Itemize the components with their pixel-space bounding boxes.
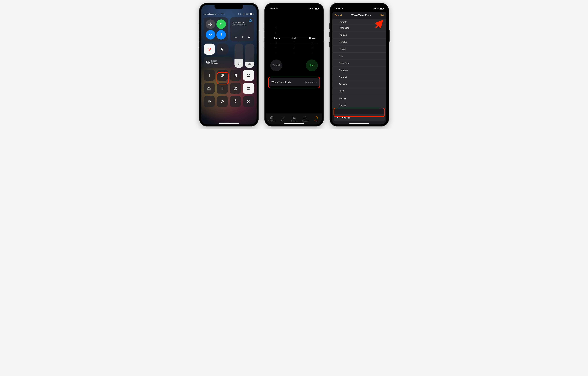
orientation-lock-toggle[interactable]	[204, 44, 215, 55]
when-timer-ends-row[interactable]: When Timer Ends Illuminate ›	[269, 78, 319, 86]
calculator-button[interactable]	[230, 70, 241, 81]
notch	[345, 5, 374, 9]
brightness-slider[interactable]	[234, 44, 243, 68]
stop-playing-option[interactable]: Stop Playing	[334, 114, 385, 121]
sound-recognition-button[interactable]	[204, 96, 215, 107]
svg-point-13	[235, 76, 235, 76]
sound-option[interactable]: Summit	[332, 74, 386, 81]
when-timer-ends-value: Illuminate	[304, 81, 315, 84]
sound-picker-sheet: Cancel When Timer Ends Set Radiate Refle…	[332, 12, 386, 124]
chevron-right-icon: ›	[382, 104, 383, 107]
sound-option[interactable]: Stargaze	[332, 67, 386, 74]
svg-point-4	[238, 64, 240, 65]
cancel-button[interactable]: Cancel	[270, 59, 282, 71]
svg-point-9	[235, 75, 235, 76]
chevron-right-icon: ›	[316, 81, 317, 84]
hours-label: hours	[274, 37, 280, 40]
home-indicator[interactable]	[349, 123, 369, 124]
phone-frame-sound-picker: 08:45 ➤ Cancel When Timer Ends Set Radia…	[330, 3, 389, 126]
sound-option[interactable]: Ripples	[332, 32, 386, 39]
screen-mirroring-button[interactable]: Screen Mirroring	[204, 57, 232, 68]
wifi-toggle[interactable]	[206, 30, 215, 40]
now-playing-card[interactable]: Vis - Forest EP... Dub Techno Blo... ⏮ ⏸…	[230, 17, 254, 42]
headphones-icon: 🎧	[242, 13, 245, 15]
battery-icon	[250, 13, 254, 15]
signal-icon	[374, 8, 376, 9]
home-indicator[interactable]	[284, 123, 304, 124]
duration-picker[interactable]: 0 1 2hours 3 4 5 0min 1 2 3 0sec 1 2 3	[266, 26, 322, 52]
camera-button[interactable]	[243, 70, 254, 81]
home-indicator[interactable]	[219, 123, 239, 124]
sound-option[interactable]: Uplift	[332, 88, 386, 95]
alarm-indicator-icon: ⏲	[238, 13, 240, 15]
sheet-title: When Timer Ends	[351, 14, 371, 17]
cellular-toggle[interactable]	[216, 19, 226, 29]
media-pause-button[interactable]: ⏸	[241, 36, 244, 39]
sound-option-classic[interactable]: Classic ›	[332, 102, 386, 109]
svg-rect-22	[247, 88, 250, 88]
svg-point-10	[235, 75, 235, 76]
home-button[interactable]	[204, 83, 215, 94]
stopwatch-button[interactable]	[217, 96, 228, 107]
sound-option[interactable]: Twinkle	[332, 81, 386, 88]
wallet-button[interactable]	[243, 83, 254, 94]
battery-icon	[315, 8, 318, 10]
svg-point-19	[235, 87, 236, 88]
bluetooth-toggle[interactable]	[216, 30, 226, 40]
svg-point-12	[235, 76, 235, 76]
media-next-button[interactable]: ⏭	[248, 36, 251, 39]
utility-grid	[204, 70, 254, 107]
svg-point-14	[236, 76, 236, 76]
svg-point-25	[248, 101, 249, 102]
hearing-button[interactable]	[230, 96, 241, 107]
sound-option[interactable]: Reflection	[332, 24, 386, 32]
media-prev-button[interactable]: ⏮	[235, 36, 237, 39]
sound-option[interactable]: Silk	[332, 53, 386, 60]
screen-record-button[interactable]	[243, 96, 254, 107]
svg-rect-16	[222, 87, 223, 90]
screen-mirroring-label: Screen Mirroring	[211, 60, 218, 64]
svg-rect-21	[247, 87, 250, 88]
svg-rect-8	[235, 74, 236, 75]
set-button[interactable]: Set	[380, 14, 384, 17]
status-time: 08:45	[335, 7, 340, 10]
sound-option[interactable]: Radiate	[332, 19, 386, 24]
tab-world-clock[interactable]: World Clock	[266, 113, 277, 124]
sound-option[interactable]: Signal	[332, 45, 386, 53]
phone-frame-timer: 08:45 ➤ 0 1 2hours 3 4 5 0min 1	[264, 3, 324, 126]
svg-rect-28	[293, 118, 295, 119]
signal-icon	[308, 8, 311, 9]
airplay-icon[interactable]	[249, 19, 252, 22]
volume-slider[interactable]	[245, 44, 254, 68]
location-icon: ➤	[240, 13, 242, 15]
control-center-status: vodafone UK VPN ⏲ ➤ 🎧 56%	[204, 13, 254, 15]
seconds-value: 0	[309, 36, 311, 40]
vpn-badge: VPN	[221, 13, 225, 15]
location-icon: ➤	[276, 8, 278, 10]
timer-button[interactable]	[217, 70, 228, 81]
accessibility-button[interactable]	[230, 83, 241, 94]
minutes-label: min	[294, 37, 297, 40]
start-button[interactable]: Start	[306, 59, 318, 71]
phone-frame-control-center: vodafone UK VPN ⏲ ➤ 🎧 56%	[199, 3, 259, 126]
seconds-label: sec	[312, 37, 315, 40]
svg-point-11	[236, 75, 236, 76]
flashlight-button[interactable]	[204, 70, 215, 81]
brightness-icon	[237, 62, 241, 66]
wifi-icon	[377, 7, 379, 10]
sound-list[interactable]: Radiate Reflection Ripples Sencha Signal…	[332, 19, 386, 123]
connectivity-card	[204, 17, 228, 42]
remote-button[interactable]	[217, 83, 228, 94]
tab-timer[interactable]: Timer	[311, 113, 322, 124]
airplane-toggle[interactable]	[206, 19, 215, 29]
battery-percent: 56%	[246, 13, 249, 15]
wifi-icon	[218, 13, 220, 15]
sound-option[interactable]: Sencha	[332, 39, 386, 45]
notch	[215, 5, 243, 9]
sound-option[interactable]: Slow Rise	[332, 60, 386, 67]
sound-option[interactable]: Waves	[332, 95, 386, 102]
location-icon: ➤	[341, 8, 343, 10]
wifi-icon	[311, 7, 314, 10]
cancel-button[interactable]: Cancel	[335, 14, 342, 17]
do-not-disturb-toggle[interactable]	[217, 44, 228, 55]
